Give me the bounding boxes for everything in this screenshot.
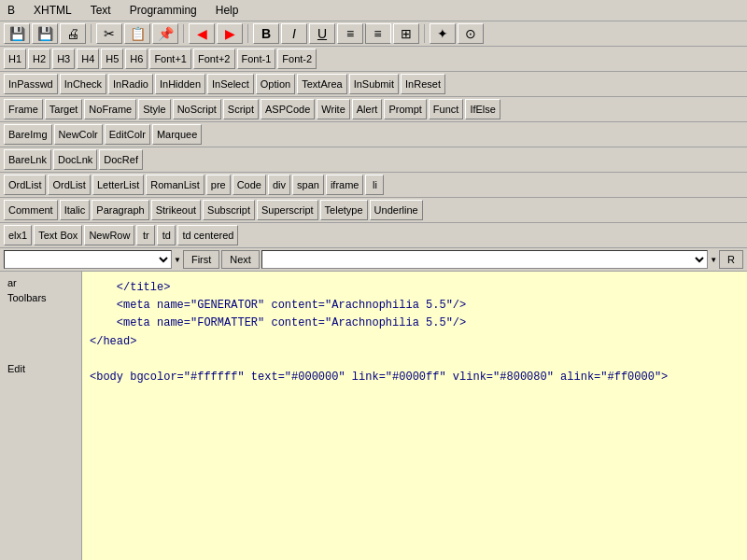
left-panel-toolbars[interactable]: Toolbars	[4, 290, 78, 305]
marquee-button[interactable]: Marquee	[152, 124, 202, 145]
editor-area[interactable]: </title> <meta name="GENERATOR" content=…	[82, 272, 747, 560]
textbox-button[interactable]: Text Box	[34, 225, 82, 245]
first-button[interactable]: First	[183, 250, 219, 269]
div-button[interactable]: div	[268, 175, 290, 195]
inpasswd-button[interactable]: InPasswd	[4, 74, 58, 94]
ordlist2-button[interactable]: OrdList	[48, 175, 90, 195]
menu-item-xhtml[interactable]: XHTML	[30, 2, 76, 19]
docref-button[interactable]: DocRef	[99, 149, 143, 170]
fontplus2-button[interactable]: Font+2	[193, 49, 235, 69]
strikeout-button[interactable]: Strikeout	[151, 200, 201, 220]
span-button[interactable]: span	[292, 175, 324, 195]
inhidden-button[interactable]: InHidden	[155, 74, 205, 94]
fontminus2-button[interactable]: Font-2	[277, 49, 317, 69]
newrow-button[interactable]: NewRow	[84, 225, 134, 245]
nav-dropdown-right[interactable]	[261, 250, 708, 269]
h6-button[interactable]: H6	[125, 49, 148, 69]
code-line-1: </title>	[90, 279, 740, 297]
td-button[interactable]: td	[157, 225, 176, 245]
romanlist-button[interactable]: RomanList	[146, 175, 204, 195]
fontminus1-button[interactable]: Font-1	[237, 49, 276, 69]
subscript-button[interactable]: Subscript	[203, 200, 255, 220]
pre-button[interactable]: pre	[206, 175, 231, 195]
style-button[interactable]: Style	[138, 99, 170, 119]
h2-button[interactable]: H2	[28, 49, 50, 69]
td-centered-button[interactable]: td centered	[177, 225, 238, 245]
superscript-button[interactable]: Superscript	[257, 200, 318, 220]
table-button[interactable]: ⊞	[393, 23, 419, 44]
write-button[interactable]: Write	[317, 99, 349, 119]
textarea-button[interactable]: TextArea	[297, 74, 346, 94]
inreset-button[interactable]: InReset	[401, 74, 445, 94]
editcolr-button[interactable]: EditColr	[105, 124, 150, 145]
h5-button[interactable]: H5	[101, 49, 123, 69]
teletype-button[interactable]: Teletype	[320, 200, 368, 220]
inselect-button[interactable]: InSelect	[207, 74, 254, 94]
menu-item-help[interactable]: Help	[212, 2, 243, 19]
newcolr-button[interactable]: NewColr	[54, 124, 103, 145]
save-button[interactable]: 💾	[4, 23, 30, 44]
copy-button[interactable]: 📋	[124, 23, 150, 44]
letterlist-button[interactable]: LetterList	[92, 175, 144, 195]
redo-button[interactable]: ▶	[217, 23, 243, 44]
insubmit-button[interactable]: InSubmit	[349, 74, 399, 94]
script-button[interactable]: Script	[223, 99, 259, 119]
h3-button[interactable]: H3	[52, 49, 75, 69]
option-button[interactable]: Option	[256, 74, 295, 94]
left-panel-edit[interactable]: Edit	[4, 361, 78, 376]
script-toolbar: Frame Target NoFrame Style NoScript Scri…	[0, 97, 747, 122]
next-button[interactable]: Next	[221, 250, 260, 269]
doclnk-button[interactable]: DocLnk	[53, 149, 97, 170]
tr-button[interactable]: tr	[136, 225, 155, 245]
underline-tag-button[interactable]: Underline	[370, 200, 423, 220]
align-right-button[interactable]: ≡	[365, 23, 391, 44]
heading-toolbar: H1 H2 H3 H4 H5 H6 Font+1 Font+2 Font-1 F…	[0, 47, 747, 72]
text-format-toolbar: Comment Italic Paragraph Strikeout Subsc…	[0, 198, 747, 223]
noframe-button[interactable]: NoFrame	[84, 99, 136, 119]
prompt-button[interactable]: Prompt	[384, 99, 426, 119]
h1-button[interactable]: H1	[4, 49, 26, 69]
paragraph-button[interactable]: Paragraph	[92, 200, 148, 220]
info-button[interactable]: ⊙	[458, 23, 484, 44]
underline-button[interactable]: U	[309, 23, 335, 44]
h4-button[interactable]: H4	[77, 49, 99, 69]
code-button[interactable]: Code	[233, 175, 266, 195]
undo-button[interactable]: ◀	[189, 23, 215, 44]
navigation-bar: ▼ First Next ▼ R	[0, 248, 747, 272]
link-toolbar: BareLnk DocLnk DocRef	[0, 147, 747, 173]
bareimg-button[interactable]: BareImg	[4, 124, 52, 145]
ordlist1-button[interactable]: OrdList	[4, 175, 46, 195]
noscript-button[interactable]: NoScript	[173, 99, 221, 119]
cut-button[interactable]: ✂	[96, 23, 122, 44]
fontplus1-button[interactable]: Font+1	[149, 49, 191, 69]
iframe-button[interactable]: iframe	[326, 175, 364, 195]
nav-dropdown-left[interactable]	[4, 250, 172, 269]
italic-button[interactable]: I	[281, 23, 307, 44]
funct-button[interactable]: Funct	[429, 99, 464, 119]
aspcode-button[interactable]: ASPCode	[261, 99, 315, 119]
italic-tag-button[interactable]: Italic	[60, 200, 91, 220]
target-button[interactable]: Target	[45, 99, 83, 119]
tree-button[interactable]: ✦	[430, 23, 456, 44]
ifelse-button[interactable]: IfElse	[465, 99, 500, 119]
print-button[interactable]: 🖨	[60, 23, 86, 44]
align-left-button[interactable]: ≡	[337, 23, 363, 44]
elx1-button[interactable]: elx1	[4, 225, 32, 245]
frame-button[interactable]: Frame	[4, 99, 43, 119]
left-panel-ar: ar	[4, 275, 78, 290]
save-as-button[interactable]: 💾	[32, 23, 58, 44]
incheck-button[interactable]: InCheck	[60, 74, 106, 94]
paste-button[interactable]: 📌	[152, 23, 178, 44]
li-button[interactable]: li	[365, 175, 384, 195]
code-line-6: <body bgcolor="#ffffff" text="#000000" l…	[90, 369, 740, 386]
menu-item-b[interactable]: B	[4, 2, 19, 19]
comment-button[interactable]: Comment	[4, 200, 58, 220]
barelnk-button[interactable]: BareLnk	[4, 149, 51, 170]
inradio-button[interactable]: InRadio	[108, 74, 153, 94]
menu-item-programming[interactable]: Programming	[126, 2, 201, 19]
menu-item-text[interactable]: Text	[87, 2, 115, 19]
bold-button[interactable]: B	[253, 23, 279, 44]
alert-button[interactable]: Alert	[352, 99, 383, 119]
replace-button[interactable]: R	[719, 250, 743, 269]
code-line-5	[90, 351, 740, 369]
